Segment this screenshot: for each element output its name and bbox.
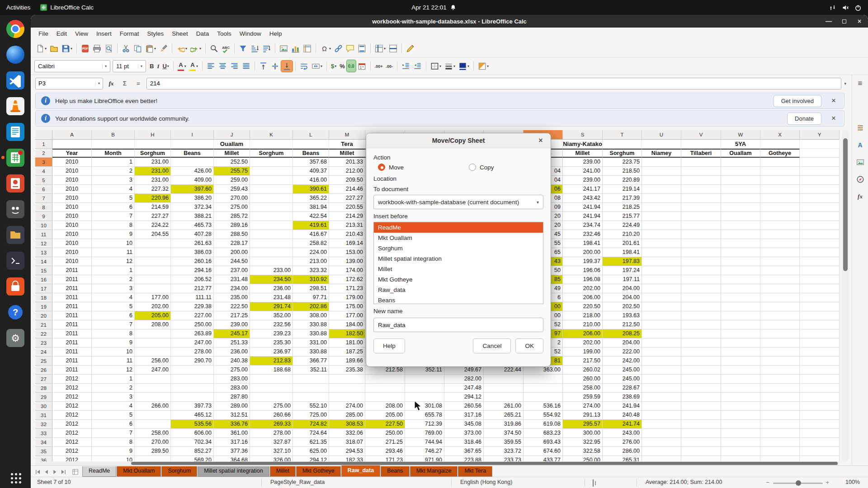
dock-files-icon[interactable] (0, 224, 31, 246)
cell-W9[interactable] (721, 212, 760, 221)
cell-K21[interactable]: 232.56 (250, 320, 293, 329)
row-header-10[interactable]: 10 (35, 221, 52, 230)
cell-T15[interactable]: 197.24 (603, 266, 642, 275)
cell-K31[interactable]: 260.66 (250, 411, 293, 420)
cell-B6[interactable]: 4 (92, 185, 135, 194)
cell-B5[interactable]: 3 (92, 176, 135, 185)
cell-T36[interactable]: 265.31 (603, 456, 642, 461)
row-header-28[interactable]: 28 (35, 384, 52, 393)
cell-A14[interactable]: 2010 (52, 257, 92, 266)
maximize-button[interactable] (841, 18, 847, 24)
cell-O30[interactable]: 301.08 (405, 402, 444, 411)
row-header-13[interactable]: 13 (35, 248, 52, 257)
cell-I21[interactable]: 250.00 (171, 320, 214, 329)
cell-Q33[interactable]: 374.50 (484, 429, 524, 438)
cell-B1[interactable] (92, 140, 135, 149)
cell-V13[interactable] (681, 248, 721, 257)
move-radio[interactable]: Move (378, 164, 404, 171)
cell-H28[interactable] (135, 384, 171, 393)
navigator-icon[interactable] (854, 173, 867, 186)
minimize-button[interactable]: — (826, 18, 832, 24)
cell-I27[interactable] (171, 375, 214, 384)
cell-J20[interactable]: 217.25 (214, 311, 250, 320)
cell-L3[interactable]: 357.68 (293, 158, 329, 167)
row-header-12[interactable]: 12 (35, 239, 52, 248)
wrap-text-button[interactable] (298, 61, 310, 72)
cell-B28[interactable]: 2 (92, 384, 135, 393)
sheet-option-readme[interactable]: ReadMe (374, 222, 543, 233)
cell-X36[interactable] (760, 456, 800, 461)
cell-X12[interactable] (760, 239, 800, 248)
sheet-tab-mkt-tera[interactable]: Mkt Tera (458, 466, 492, 477)
cell-Y27[interactable] (800, 375, 840, 384)
cell-I23[interactable]: 247.00 (171, 338, 214, 347)
cell-W23[interactable] (721, 338, 760, 347)
cell-I9[interactable]: 388.21 (171, 212, 214, 221)
cell-V18[interactable] (681, 293, 721, 302)
cell-U17[interactable] (642, 284, 681, 293)
cell-J14[interactable]: 244.50 (214, 257, 250, 266)
cell-P32[interactable]: 345.08 (444, 420, 484, 429)
cell-T17[interactable]: 204.00 (603, 284, 642, 293)
cell-B9[interactable]: 7 (92, 212, 135, 221)
cell-X3[interactable] (760, 158, 800, 167)
cell-W20[interactable] (721, 311, 760, 320)
cell-J35[interactable]: 377.36 (214, 447, 250, 456)
cell-B17[interactable]: 3 (92, 284, 135, 293)
cell-U23[interactable] (642, 338, 681, 347)
cell-L30[interactable]: 552.10 (293, 402, 329, 411)
cell-U12[interactable] (642, 239, 681, 248)
cell-R29[interactable] (524, 393, 563, 402)
cell-W3[interactable] (721, 158, 760, 167)
cell-I4[interactable]: 426.00 (171, 167, 214, 176)
cell-B15[interactable]: 1 (92, 266, 135, 275)
cell-W18[interactable] (721, 293, 760, 302)
cell-B33[interactable]: 7 (92, 429, 135, 438)
cell-I13[interactable]: 386.03 (171, 248, 214, 257)
cell-T8[interactable]: 218.25 (603, 203, 642, 212)
cell-V28[interactable] (681, 384, 721, 393)
cell-Y12[interactable] (800, 239, 840, 248)
cell-A31[interactable]: 2012 (52, 411, 92, 420)
cell-H27[interactable] (135, 375, 171, 384)
sheet-option-raw-data[interactable]: Raw_data (374, 285, 543, 295)
cell-J1[interactable]: Ouallam (214, 140, 250, 149)
redo-button[interactable]: ▾ (189, 43, 203, 54)
cell-I18[interactable]: 111.11 (171, 293, 214, 302)
cell-H34[interactable]: 270.00 (135, 438, 171, 447)
cell-U22[interactable] (642, 329, 681, 338)
formula-button[interactable]: = (133, 78, 144, 89)
cell-K8[interactable] (250, 203, 293, 212)
sort-ascending-button[interactable] (249, 43, 260, 54)
cell-I11[interactable]: 407.28 (171, 230, 214, 239)
cell-S25[interactable]: 217.50 (563, 357, 603, 366)
dock-chrome-icon[interactable] (0, 18, 31, 40)
cell-L36[interactable]: 294.12 (293, 456, 329, 461)
cell-J28[interactable]: 283.00 (214, 384, 250, 393)
row-header-36[interactable]: 36 (35, 456, 52, 461)
cell-K24[interactable]: 236.97 (250, 347, 293, 357)
cell-Y14[interactable] (800, 257, 840, 266)
cell-H13[interactable] (135, 248, 171, 257)
cell-Q35[interactable]: 323.72 (484, 447, 524, 456)
name-box[interactable]: P3▾ (35, 78, 103, 89)
cell-A34[interactable]: 2012 (52, 438, 92, 447)
cell-T12[interactable]: 201.61 (603, 239, 642, 248)
cell-Y33[interactable] (800, 429, 840, 438)
cell-L26[interactable]: 352.11 (293, 366, 329, 375)
print-button[interactable] (91, 43, 103, 54)
cell-Y10[interactable] (800, 221, 840, 230)
cell-X17[interactable] (760, 284, 800, 293)
dock-vlc-icon[interactable] (0, 95, 31, 117)
cell-N27[interactable] (365, 375, 405, 384)
cell-J31[interactable]: 312.51 (214, 411, 250, 420)
cell-H33[interactable]: 258.00 (135, 429, 171, 438)
cell-V14[interactable] (681, 257, 721, 266)
cell-Q30[interactable]: 261.00 (484, 402, 524, 411)
cell-U10[interactable] (642, 221, 681, 230)
cell-U27[interactable] (642, 375, 681, 384)
cell-T26[interactable]: 245.00 (603, 366, 642, 375)
cell-U20[interactable] (642, 311, 681, 320)
row-header-22[interactable]: 22 (35, 329, 52, 338)
cell-X7[interactable] (760, 194, 800, 203)
